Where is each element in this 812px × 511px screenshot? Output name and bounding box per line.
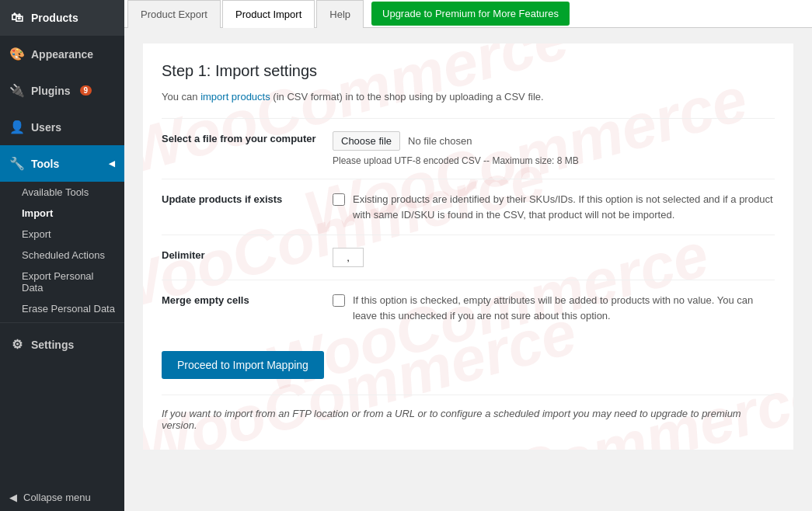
update-row: Update products if exists Existing produ… (162, 179, 775, 235)
tools-icon: 🔧 (9, 156, 25, 171)
delimiter-label: Delimiter (162, 248, 333, 261)
page-title: Step 1: Import settings (162, 62, 775, 80)
sidebar-item-appearance[interactable]: 🎨 Appearance (0, 36, 124, 72)
file-row: Select a file from your computer Choose … (162, 118, 775, 179)
delimiter-input[interactable] (333, 248, 364, 267)
merge-checkbox-wrap: If this option is checked, empty attribu… (333, 293, 775, 323)
plugins-icon: 🔌 (9, 83, 25, 98)
submenu-export-personal-data[interactable]: Export Personal Data (0, 266, 124, 298)
sidebar-item-plugins[interactable]: 🔌 Plugins 9 (0, 72, 124, 109)
sidebar-item-users[interactable]: 👤 Users (0, 109, 124, 145)
footer-note: If you want to import from an FTP locati… (162, 395, 775, 431)
submenu-available-tools[interactable]: Available Tools (0, 182, 124, 203)
tab-help[interactable]: Help (316, 0, 364, 28)
update-label: Update products if exists (162, 192, 333, 205)
merge-checkbox[interactable] (333, 294, 345, 307)
tab-product-import[interactable]: Product Import (222, 0, 315, 28)
sidebar-item-tools[interactable]: 🔧 Tools ◀ (0, 145, 124, 182)
merge-label: Merge empty cells (162, 293, 333, 306)
upgrade-button[interactable]: Upgrade to Premium for More Features (371, 2, 570, 26)
submenu-import[interactable]: Import (0, 203, 124, 224)
tab-product-export[interactable]: Product Export (127, 0, 221, 28)
main-area: Product Export Product Import Help Upgra… (124, 0, 812, 511)
merge-field: If this option is checked, empty attribu… (333, 293, 775, 323)
file-field: Choose file No file chosen Please upload… (333, 131, 775, 166)
settings-icon: ⚙ (9, 337, 25, 352)
sidebar: 🛍 Products 🎨 Appearance 🔌 Plugins 9 👤 Us… (0, 0, 124, 511)
content-box: WooCommerce WooCommerce WooCommerce WooC… (143, 43, 793, 450)
content-inner: Step 1: Import settings You can import p… (162, 62, 775, 431)
update-desc: Existing products are identified by thei… (353, 192, 775, 222)
no-file-text: No file chosen (408, 135, 472, 147)
tabbar: Product Export Product Import Help Upgra… (124, 0, 812, 28)
content-area: WooCommerce WooCommerce WooCommerce WooC… (124, 28, 812, 511)
proceed-button[interactable]: Proceed to Import Mapping (162, 351, 324, 379)
tools-arrow-icon: ◀ (109, 159, 115, 168)
delimiter-field (333, 248, 775, 267)
submenu-erase-personal-data[interactable]: Erase Personal Data (0, 298, 124, 319)
file-hint: Please upload UTF-8 encoded CSV -- Maxim… (333, 155, 775, 166)
submenu-export[interactable]: Export (0, 224, 124, 245)
plugins-badge: 9 (80, 85, 92, 96)
collapse-menu-button[interactable]: ◀ Collapse menu (0, 484, 124, 511)
update-checkbox-wrap: Existing products are identified by thei… (333, 192, 775, 222)
intro-text: You can import products (in CSV format) … (162, 91, 775, 103)
file-input-row: Choose file No file chosen (333, 131, 775, 151)
delimiter-row: Delimiter (162, 235, 775, 280)
submenu-scheduled-actions[interactable]: Scheduled Actions (0, 245, 124, 266)
update-checkbox[interactable] (333, 193, 345, 206)
choose-file-button[interactable]: Choose file (333, 131, 400, 151)
update-field: Existing products are identified by thei… (333, 192, 775, 222)
sidebar-item-products[interactable]: 🛍 Products (0, 0, 124, 36)
collapse-icon: ◀ (9, 492, 17, 503)
products-icon: 🛍 (9, 11, 25, 25)
appearance-icon: 🎨 (9, 47, 25, 61)
sidebar-item-settings[interactable]: ⚙ Settings (0, 326, 124, 363)
import-link[interactable]: import products (200, 91, 270, 103)
users-icon: 👤 (9, 120, 25, 134)
merge-desc: If this option is checked, empty attribu… (353, 293, 775, 323)
sidebar-divider (0, 322, 124, 323)
file-label: Select a file from your computer (162, 131, 333, 144)
merge-row: Merge empty cells If this option is chec… (162, 280, 775, 335)
